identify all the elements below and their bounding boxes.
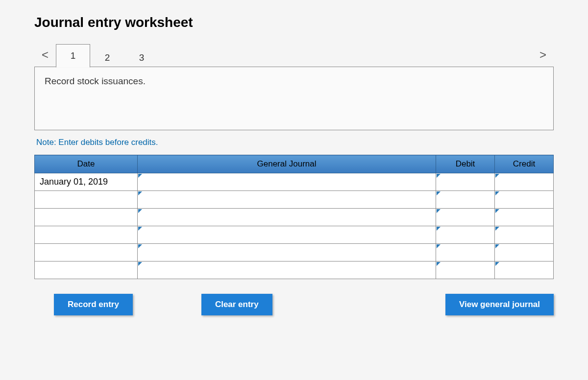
next-arrow-icon[interactable]: >	[532, 48, 554, 62]
header-date: Date	[35, 155, 138, 173]
header-debit: Debit	[436, 155, 495, 173]
header-journal: General Journal	[138, 155, 436, 173]
table-row	[35, 244, 554, 261]
table-row	[35, 191, 554, 209]
cell-debit[interactable]	[436, 261, 495, 279]
table-row	[35, 209, 554, 226]
cell-debit[interactable]	[436, 209, 495, 226]
cell-journal[interactable]	[138, 209, 436, 226]
cell-debit[interactable]	[436, 173, 495, 191]
button-row: Record entry Clear entry View general jo…	[34, 294, 554, 315]
record-entry-button[interactable]: Record entry	[54, 294, 133, 315]
cell-credit[interactable]	[495, 226, 554, 244]
cell-journal[interactable]	[138, 261, 436, 279]
tab-3[interactable]: 3	[124, 48, 159, 67]
tabs-container: 1 2 3	[56, 43, 159, 67]
cell-credit[interactable]	[495, 209, 554, 226]
cell-debit[interactable]	[436, 191, 495, 209]
cell-date[interactable]	[35, 191, 138, 209]
tab-row: < 1 2 3 >	[34, 43, 554, 67]
cell-date[interactable]	[35, 244, 138, 261]
cell-date[interactable]	[35, 226, 138, 244]
view-general-journal-button[interactable]: View general journal	[445, 294, 554, 315]
table-row	[35, 226, 554, 244]
cell-credit[interactable]	[495, 191, 554, 209]
note-text: Note: Enter debits before credits.	[36, 138, 554, 147]
cell-credit[interactable]	[495, 261, 554, 279]
cell-credit[interactable]	[495, 244, 554, 261]
journal-table: Date General Journal Debit Credit Januar…	[34, 155, 554, 279]
prev-arrow-icon[interactable]: <	[34, 48, 56, 62]
tab-2[interactable]: 2	[90, 48, 124, 67]
table-row: January 01, 2019	[35, 173, 554, 191]
cell-credit[interactable]	[495, 173, 554, 191]
table-row	[35, 261, 554, 279]
entry-description: Record stock issuances.	[34, 67, 554, 130]
cell-debit[interactable]	[436, 226, 495, 244]
clear-entry-button[interactable]: Clear entry	[201, 294, 272, 315]
cell-date[interactable]: January 01, 2019	[35, 173, 138, 191]
cell-journal[interactable]	[138, 226, 436, 244]
cell-debit[interactable]	[436, 244, 495, 261]
cell-journal[interactable]	[138, 244, 436, 261]
cell-date[interactable]	[35, 209, 138, 226]
cell-date[interactable]	[35, 261, 138, 279]
page-title: Journal entry worksheet	[34, 15, 554, 30]
header-credit: Credit	[495, 155, 554, 173]
cell-journal[interactable]	[138, 173, 436, 191]
tab-1[interactable]: 1	[56, 44, 90, 68]
cell-journal[interactable]	[138, 191, 436, 209]
